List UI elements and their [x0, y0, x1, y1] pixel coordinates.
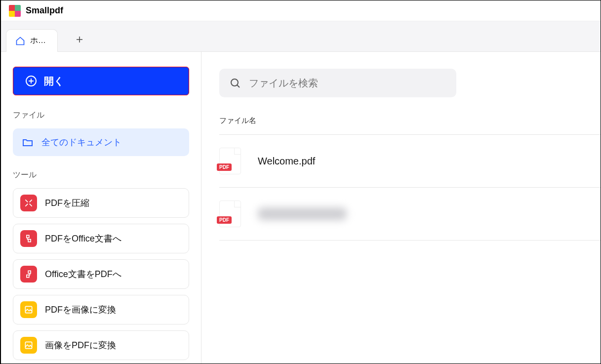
tool-label: Office文書をPDFへ — [45, 268, 121, 280]
folder-icon — [22, 136, 34, 148]
search-input[interactable] — [249, 78, 446, 89]
svg-rect-2 — [25, 342, 32, 348]
plus-circle-icon — [25, 75, 37, 87]
image-icon — [20, 301, 37, 318]
tab-home[interactable]: ホ… — [6, 29, 58, 52]
image-icon — [20, 337, 37, 354]
open-button[interactable]: 開く — [13, 67, 189, 95]
column-header-filename: ファイル名 — [219, 116, 601, 125]
search-box[interactable] — [219, 69, 456, 97]
sidebar: 開く ファイル 全てのドキュメント ツール PDFを圧縮 PDFをOffice文… — [1, 52, 201, 364]
section-tools-label: ツール — [13, 170, 189, 180]
open-label: 開く — [44, 75, 64, 88]
tool-label: PDFをOffice文書へ — [45, 233, 121, 244]
convert-icon — [20, 230, 37, 247]
pdf-badge: PDF — [217, 216, 232, 224]
file-row[interactable]: PDF — [219, 187, 601, 241]
titlebar: Smallpdf — [1, 0, 601, 21]
pdf-file-icon: PDF — [219, 148, 241, 174]
tool-label: 画像をPDFに変換 — [45, 339, 116, 351]
tool-label: PDFを画像に変換 — [45, 304, 116, 316]
home-icon — [15, 36, 25, 46]
svg-point-3 — [231, 79, 238, 86]
compress-icon — [20, 195, 37, 211]
file-name-redacted — [258, 207, 347, 220]
new-tab-button[interactable] — [68, 28, 91, 51]
tool-compress-pdf[interactable]: PDFを圧縮 — [13, 188, 189, 218]
main-panel: ファイル名 PDF Welcome.pdf PDF — [201, 52, 601, 364]
tab-bar: ホ… — [1, 21, 601, 52]
app-logo — [9, 5, 21, 17]
section-files-label: ファイル — [13, 110, 189, 121]
tool-pdf-to-image[interactable]: PDFを画像に変換 — [13, 295, 189, 324]
svg-rect-1 — [25, 306, 32, 313]
all-docs-label: 全てのドキュメント — [41, 136, 121, 148]
sidebar-item-all-documents[interactable]: 全てのドキュメント — [13, 128, 189, 156]
pdf-badge: PDF — [217, 163, 232, 171]
tool-pdf-to-office[interactable]: PDFをOffice文書へ — [13, 224, 189, 253]
tab-label: ホ… — [30, 36, 46, 46]
pdf-file-icon: PDF — [219, 201, 241, 227]
file-row[interactable]: PDF Welcome.pdf — [219, 134, 601, 187]
search-icon — [229, 77, 241, 89]
tool-image-to-pdf[interactable]: 画像をPDFに変換 — [13, 330, 189, 360]
app-title: Smallpdf — [26, 5, 63, 16]
tool-office-to-pdf[interactable]: Office文書をPDFへ — [13, 259, 189, 289]
file-name: Welcome.pdf — [258, 156, 315, 167]
convert-icon — [20, 266, 37, 283]
tool-label: PDFを圧縮 — [45, 197, 89, 209]
plus-icon — [75, 35, 84, 44]
